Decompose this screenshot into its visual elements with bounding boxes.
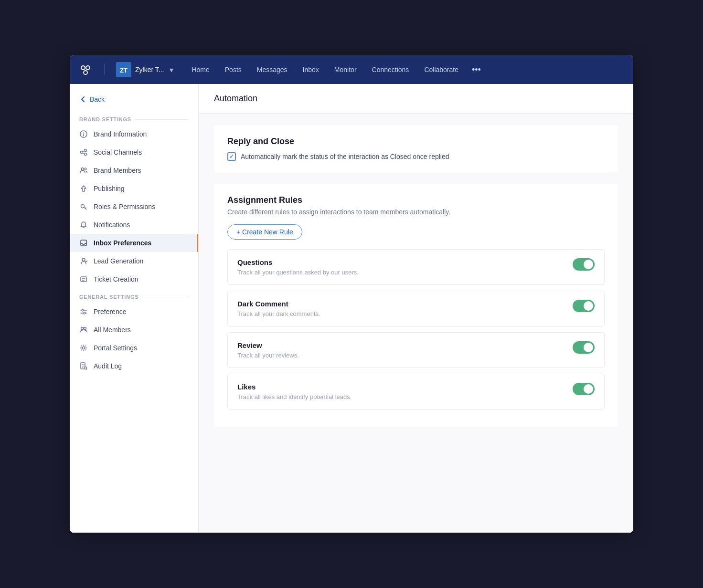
reply-close-label: Automatically mark the status of the int… xyxy=(241,153,449,160)
sidebar-label-social-channels: Social Channels xyxy=(94,148,142,156)
sidebar-item-preference[interactable]: Preference xyxy=(70,303,198,321)
rule-questions-title: Questions xyxy=(237,258,359,266)
rule-card-review-content: Review Track all your reviews. xyxy=(237,341,299,359)
brand-name: Zylker T... xyxy=(135,66,164,74)
sidebar-item-inbox-preferences[interactable]: Inbox Preferences xyxy=(70,234,198,252)
nav-inbox[interactable]: Inbox xyxy=(296,62,326,77)
svg-line-33 xyxy=(86,369,87,369)
svg-point-26 xyxy=(84,327,86,330)
svg-point-13 xyxy=(82,168,84,170)
rule-dark-comment-desc: Track all your dark comments. xyxy=(237,310,320,317)
svg-line-11 xyxy=(83,151,84,152)
sidebar-label-all-members: All Members xyxy=(94,326,131,334)
nav-connections[interactable]: Connections xyxy=(365,62,416,77)
sliders-icon xyxy=(79,307,88,316)
sidebar-item-ticket-creation[interactable]: Ticket Creation xyxy=(70,270,198,288)
portal-icon xyxy=(79,344,88,352)
sidebar-item-brand-members[interactable]: Brand Members xyxy=(70,161,198,179)
svg-point-24 xyxy=(84,312,85,314)
rule-likes-toggle[interactable] xyxy=(573,383,595,395)
nav-posts[interactable]: Posts xyxy=(218,62,248,77)
app-logo: ZT Zylker T... ▾ xyxy=(77,62,173,77)
sidebar-item-notifications[interactable]: Notifications xyxy=(70,216,198,234)
nav-divider xyxy=(104,64,105,75)
sidebar-item-social-channels[interactable]: Social Channels xyxy=(70,143,198,161)
sidebar-item-portal-settings[interactable]: Portal Settings xyxy=(70,339,198,357)
lead-icon xyxy=(79,257,88,265)
nav-more-icon[interactable]: ••• xyxy=(467,61,486,79)
rule-questions-toggle[interactable] xyxy=(573,258,595,271)
rule-review-title: Review xyxy=(237,341,299,349)
rule-likes-title: Likes xyxy=(237,383,352,391)
nav-home[interactable]: Home xyxy=(185,62,216,77)
assignment-rules-heading: Assignment Rules xyxy=(227,195,605,205)
members-icon xyxy=(79,166,88,175)
sidebar-item-lead-generation[interactable]: Lead Generation xyxy=(70,252,198,270)
all-members-icon xyxy=(79,326,88,334)
content-area: Automation Reply and Close Automatically… xyxy=(199,84,633,533)
sidebar-item-brand-information[interactable]: Brand Information xyxy=(70,125,198,143)
svg-point-27 xyxy=(83,347,85,349)
nav-collaborate[interactable]: Collaborate xyxy=(417,62,465,77)
rule-dark-comment-toggle[interactable] xyxy=(573,300,595,312)
svg-rect-16 xyxy=(81,240,86,246)
page-title: Automation xyxy=(214,94,618,104)
sidebar-item-audit-log[interactable]: Audit Log xyxy=(70,357,198,375)
svg-text:ZT: ZT xyxy=(120,67,128,74)
rule-card-likes-content: Likes Track all likes and identify poten… xyxy=(237,383,352,400)
rule-questions-desc: Track all your questions asked by our us… xyxy=(237,269,359,276)
rule-likes-desc: Track all likes and identify potential l… xyxy=(237,393,352,400)
assignment-rules-section: Assignment Rules Create different rules … xyxy=(214,184,618,427)
nav-links: Home Posts Messages Inbox Monitor Connec… xyxy=(185,61,626,79)
bell-icon xyxy=(79,220,88,229)
svg-point-7 xyxy=(83,132,84,133)
main-layout: Back BRAND SETTINGS Brand Information So… xyxy=(70,84,633,533)
sidebar-label-ticket-creation: Ticket Creation xyxy=(94,275,138,283)
brand-settings-label: BRAND SETTINGS xyxy=(70,111,198,125)
svg-point-25 xyxy=(81,327,84,330)
reply-close-heading: Reply and Close xyxy=(227,136,605,147)
social-icon xyxy=(79,148,88,157)
top-nav: ZT Zylker T... ▾ Home Posts Messages Inb… xyxy=(70,55,633,84)
svg-point-8 xyxy=(81,151,83,154)
svg-point-9 xyxy=(85,149,87,152)
sidebar-item-publishing[interactable]: Publishing xyxy=(70,179,198,198)
svg-point-1 xyxy=(86,66,90,70)
audit-icon xyxy=(79,362,88,370)
rule-card-dark-comment-content: Dark Comment Track all your dark comment… xyxy=(237,300,320,317)
rule-card-dark-comment: Dark Comment Track all your dark comment… xyxy=(227,291,605,326)
rule-review-desc: Track all your reviews. xyxy=(237,352,299,359)
nav-monitor[interactable]: Monitor xyxy=(328,62,363,77)
sidebar-item-roles-permissions[interactable]: Roles & Permissions xyxy=(70,198,198,216)
rule-review-toggle[interactable] xyxy=(573,341,595,354)
svg-rect-18 xyxy=(81,277,86,282)
info-icon xyxy=(79,130,88,138)
svg-point-14 xyxy=(85,168,86,170)
svg-point-2 xyxy=(84,71,87,74)
publishing-icon xyxy=(79,184,88,193)
ticket-icon xyxy=(79,275,88,284)
create-new-rule-button[interactable]: + Create New Rule xyxy=(227,224,302,240)
svg-point-0 xyxy=(81,66,85,70)
sidebar-label-notifications: Notifications xyxy=(94,221,130,229)
reply-close-checkbox[interactable] xyxy=(227,152,236,161)
chevron-down-icon[interactable]: ▾ xyxy=(170,65,173,74)
reply-close-checkbox-row: Automatically mark the status of the int… xyxy=(227,152,605,161)
sidebar-label-publishing: Publishing xyxy=(94,185,125,192)
sidebar-label-inbox-preferences: Inbox Preferences xyxy=(94,239,151,247)
svg-point-23 xyxy=(82,309,84,311)
rule-card-questions-content: Questions Track all your questions asked… xyxy=(237,258,359,276)
brand-avatar: ZT xyxy=(116,62,131,77)
content-header: Automation xyxy=(199,84,633,114)
key-icon xyxy=(79,202,88,211)
rule-card-likes: Likes Track all likes and identify poten… xyxy=(227,374,605,410)
sidebar-label-lead-generation: Lead Generation xyxy=(94,257,143,265)
content-body: Reply and Close Automatically mark the s… xyxy=(199,114,633,438)
sidebar-label-audit-log: Audit Log xyxy=(94,362,122,370)
sidebar-label-portal-settings: Portal Settings xyxy=(94,344,137,352)
nav-messages[interactable]: Messages xyxy=(250,62,294,77)
sidebar-item-all-members[interactable]: All Members xyxy=(70,321,198,339)
logo-icon xyxy=(77,62,93,77)
back-link[interactable]: Back xyxy=(70,92,198,107)
sidebar-label-roles-permissions: Roles & Permissions xyxy=(94,203,155,210)
